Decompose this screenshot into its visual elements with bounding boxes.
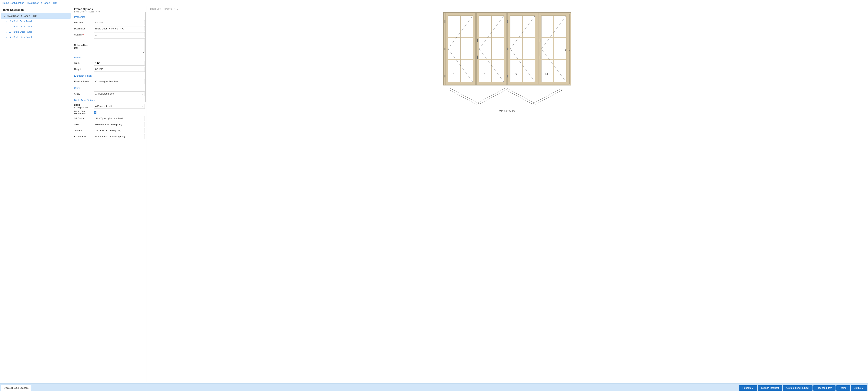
tree-child-item[interactable]: ⌄L3 - Bifold Door Panel bbox=[1, 29, 70, 34]
svg-rect-24 bbox=[506, 89, 534, 104]
label-stile: Stile bbox=[74, 123, 92, 126]
quantity-input[interactable] bbox=[94, 32, 145, 37]
tree-child-label: L1 - Bifold Door Panel bbox=[9, 20, 32, 23]
chevron-down-icon: ⌄ bbox=[142, 136, 143, 138]
tree-root-label: Bifold Door - 4 Panels - 4+0 bbox=[6, 14, 37, 18]
label-top-rail: Top Rail bbox=[74, 129, 92, 132]
chevron-down-icon: ⌄ bbox=[6, 26, 7, 28]
section-bifold: Bifold Door Options bbox=[74, 99, 145, 102]
svg-rect-16 bbox=[540, 56, 540, 59]
svg-text:L3: L3 bbox=[514, 73, 517, 76]
label-height: Height bbox=[74, 68, 92, 70]
auto-equal-checkbox[interactable] bbox=[94, 111, 96, 114]
glass-select[interactable]: 1" insulated glass⌄ bbox=[94, 91, 145, 96]
section-extrusion: Extrusion Finish bbox=[74, 74, 145, 78]
door-plan-drawing bbox=[447, 88, 567, 108]
tree-child-item[interactable]: ⌄L4 - Bifold Door Panel bbox=[1, 34, 70, 40]
sill-select[interactable]: Sill - Type 1 (Surface Track)⌄ bbox=[94, 116, 145, 121]
chevron-down-icon: ⌄ bbox=[142, 130, 143, 132]
label-description: Description: bbox=[74, 27, 92, 30]
label-bottom-rail: Bottom Rail bbox=[74, 135, 92, 138]
label-exterior-finish: Exterior Finish bbox=[74, 80, 92, 83]
chevron-down-icon: ⌄ bbox=[142, 118, 143, 120]
preview-subtitle: Bifold Door - 4 Panels - 4+0 bbox=[150, 7, 864, 10]
frame-options-panel: Frame Options Bifold Door - 4 Panels - 4… bbox=[72, 6, 146, 382]
chevron-down-icon: ⌄ bbox=[6, 31, 7, 33]
section-properties: Properties bbox=[74, 16, 145, 19]
tree-child-label: L4 - Bifold Door Panel bbox=[9, 36, 32, 38]
svg-text:L2: L2 bbox=[483, 73, 486, 76]
svg-text:L4: L4 bbox=[545, 73, 548, 76]
svg-rect-22 bbox=[450, 89, 477, 104]
notes-textarea[interactable] bbox=[94, 38, 145, 53]
label-auto-equal: Auto Equal Dimensions bbox=[74, 110, 92, 115]
door-elevation-drawing: L1 L2 L3 L4 bbox=[443, 12, 571, 86]
label-width: Width bbox=[74, 62, 92, 64]
chevron-down-icon: ⌄ bbox=[142, 93, 143, 95]
chevron-down-icon: ⌄ bbox=[142, 124, 143, 126]
description-input[interactable] bbox=[94, 26, 145, 31]
preview-dimensions: W144"xH82 1/8" bbox=[150, 110, 864, 112]
label-sill: Sill Option bbox=[74, 117, 92, 120]
label-glass: Glass bbox=[74, 92, 92, 95]
height-input[interactable] bbox=[94, 67, 145, 72]
chevron-down-icon: ⌄ bbox=[142, 105, 143, 108]
top-rail-select[interactable]: Top Rail - 3" (Swing Out)⌄ bbox=[94, 128, 145, 133]
svg-text:L1: L1 bbox=[452, 73, 455, 76]
tree-child-label: L2 - Bifold Door Panel bbox=[9, 25, 32, 28]
tree-root-item[interactable]: ⌄ Bifold Door - 4 Panels - 4+0 bbox=[1, 13, 70, 19]
label-notes: Notes to Demo Db: bbox=[74, 38, 92, 49]
label-quantity: Quantity:* bbox=[74, 33, 92, 36]
width-input[interactable] bbox=[94, 61, 145, 66]
tree-child-label: L3 - Bifold Door Panel bbox=[9, 31, 32, 33]
svg-rect-14 bbox=[477, 56, 478, 59]
page-header: Frame Configuration - Bifold Door - 4 Pa… bbox=[0, 0, 868, 6]
frame-navigation-panel: Frame Navigation ⌄ Bifold Door - 4 Panel… bbox=[0, 6, 72, 382]
bifold-config-select[interactable]: 4 Panels: 4 Left⌄ bbox=[94, 104, 145, 109]
section-details: Details bbox=[74, 56, 145, 60]
svg-rect-23 bbox=[478, 89, 505, 104]
section-glass: Glass bbox=[74, 87, 145, 90]
chevron-down-icon: ⌄ bbox=[6, 20, 7, 23]
preview-panel: Bifold Door - 4 Panels - 4+0 bbox=[146, 6, 868, 382]
chevron-down-icon: ⌄ bbox=[6, 36, 7, 38]
page-title: Frame Configuration - Bifold Door - 4 Pa… bbox=[2, 1, 57, 4]
label-bifold-config: Bifold Configuration bbox=[74, 103, 92, 109]
nav-title: Frame Navigation bbox=[1, 8, 70, 11]
svg-rect-15 bbox=[540, 38, 540, 42]
chevron-down-icon: ⌄ bbox=[142, 81, 143, 83]
chevron-down-icon: ⌄ bbox=[4, 15, 5, 17]
bottom-rail-select[interactable]: Bottom Rail - 3" (Swing Out)⌄ bbox=[94, 134, 145, 139]
exterior-finish-select[interactable]: Champagne Anodized⌄ bbox=[94, 79, 145, 84]
stile-select[interactable]: Medium Stile (Swing Out)⌄ bbox=[94, 122, 145, 127]
scrollbar[interactable] bbox=[145, 12, 146, 102]
tree-child-item[interactable]: ⌄L2 - Bifold Door Panel bbox=[1, 24, 70, 29]
form-subtitle: Bifold Door - 4 Panels - 4+0 bbox=[74, 10, 145, 13]
tree-child-item[interactable]: ⌄L1 - Bifold Door Panel bbox=[1, 19, 70, 24]
svg-rect-13 bbox=[477, 38, 478, 42]
label-location: Location: bbox=[74, 21, 92, 24]
svg-rect-25 bbox=[534, 89, 562, 104]
location-input[interactable] bbox=[94, 20, 145, 25]
form-title: Frame Options bbox=[74, 7, 145, 10]
